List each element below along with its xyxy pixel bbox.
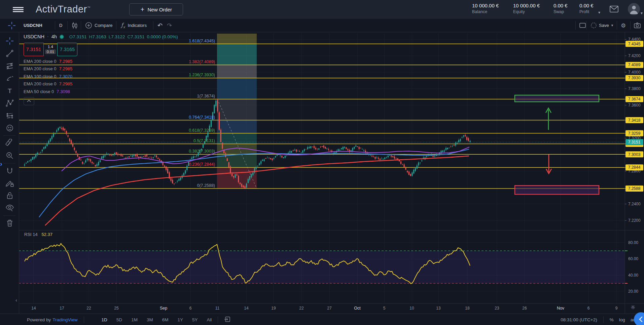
- theme-sun-icon[interactable]: ☼: [631, 304, 635, 311]
- sell-bid-button[interactable]: 7.3151: [24, 43, 44, 56]
- tool-forecast[interactable]: [5, 111, 14, 120]
- range-5y[interactable]: 5Y: [192, 317, 198, 322]
- fx-icon: ƒx: [121, 22, 125, 29]
- indicator-row[interactable]: EMA 200 close 07.2985: [24, 59, 178, 64]
- svg-text:26: 26: [522, 306, 527, 311]
- tool-xabcd-pattern[interactable]: [5, 99, 14, 108]
- tool-crosshair[interactable]: [5, 37, 14, 45]
- tool-zoom-in[interactable]: [5, 151, 14, 160]
- range-1m[interactable]: 1M: [131, 317, 138, 322]
- svg-text:60.00: 60.00: [628, 256, 638, 261]
- new-order-button[interactable]: + New Order: [129, 3, 183, 15]
- swap-stat: 0.00 €Swap: [553, 3, 568, 14]
- svg-text:17: 17: [60, 306, 64, 311]
- layout-panel-icon[interactable]: [579, 19, 586, 32]
- range-all[interactable]: All: [207, 317, 212, 322]
- tool-ruler[interactable]: [5, 139, 14, 148]
- chevron-up-icon: [27, 100, 31, 102]
- crosshair-tool-icon[interactable]: [8, 19, 15, 32]
- range-3m[interactable]: 3M: [147, 317, 153, 322]
- avatar[interactable]: [628, 3, 640, 15]
- legend-collapse-button[interactable]: [24, 97, 34, 105]
- indicator-row[interactable]: EMA 200 close 07.2985: [24, 81, 178, 86]
- svg-text:1.382(7.4089): 1.382(7.4089): [189, 59, 215, 64]
- symbol-button[interactable]: USDCNH: [24, 19, 42, 32]
- svg-text:0.5(7.3131): 0.5(7.3131): [193, 138, 215, 143]
- svg-text:40.00: 40.00: [628, 273, 638, 278]
- svg-text:0.764(7.3418): 0.764(7.3418): [189, 115, 215, 120]
- undo-icon[interactable]: ↶: [157, 19, 163, 32]
- compare-button[interactable]: Compare: [85, 19, 112, 32]
- chevron-down-icon[interactable]: ▾: [598, 10, 600, 15]
- svg-text:80.00: 80.00: [628, 240, 638, 245]
- svg-text:7.4200: 7.4200: [628, 53, 641, 58]
- tool-drawing-mode-lock[interactable]: [5, 179, 14, 188]
- settings-gear-icon[interactable]: ⚙: [621, 19, 626, 32]
- range-1y[interactable]: 1Y: [177, 317, 183, 322]
- equity-stat: 10 000.00 €Equity: [513, 3, 540, 14]
- indicator-row[interactable]: EMA 200 close 07.2985: [24, 66, 178, 71]
- save-button[interactable]: Save ▾: [591, 19, 613, 32]
- market-status-icon[interactable]: [60, 35, 64, 39]
- log-scale-button[interactable]: log: [619, 317, 625, 322]
- redo-icon[interactable]: ↷: [167, 19, 172, 32]
- indicator-row[interactable]: EMA 50 close 07.3098: [24, 89, 178, 94]
- svg-text:20.00: 20.00: [628, 289, 638, 294]
- save-chevron-down-icon: ▾: [611, 23, 613, 28]
- tool-lock-all-drawings[interactable]: [5, 191, 14, 200]
- main-menu-button[interactable]: [13, 7, 24, 12]
- go-to-date-icon[interactable]: [224, 317, 230, 323]
- tool-hide-all-drawings[interactable]: [5, 204, 14, 212]
- drawing-toolbar: T: [0, 32, 19, 314]
- range-switcher: 1D 5D 1M 3M 6M 1Y 5Y All: [102, 317, 212, 322]
- mail-icon[interactable]: [610, 6, 618, 14]
- timeline-collapse-tab[interactable]: ‹: [15, 297, 17, 303]
- svg-text:0.382(7.3003): 0.382(7.3003): [189, 149, 215, 154]
- tool-brush[interactable]: [5, 74, 14, 83]
- tradingview-link[interactable]: TradingView: [52, 317, 77, 322]
- indicator-row[interactable]: EMA 100 close 07.3070: [24, 74, 178, 79]
- range-1d[interactable]: 1D: [102, 317, 107, 322]
- interval-button[interactable]: D: [59, 19, 62, 32]
- snapshot-camera-icon[interactable]: [634, 19, 641, 32]
- compare-plus-icon: [85, 22, 92, 29]
- chart-legend: USDCNH · 4h O7.3151 H7.3163 L7.3122 C7.3…: [24, 34, 178, 105]
- rsi-indicator-label[interactable]: RSI 14 52.37: [24, 232, 52, 237]
- powered-by-label: Powered by: [27, 317, 51, 322]
- chevron-left-icon: [639, 317, 643, 322]
- svg-text:7.2400: 7.2400: [628, 202, 641, 206]
- svg-text:7.4345: 7.4345: [628, 42, 641, 46]
- chart-style-icon[interactable]: [71, 19, 78, 32]
- change-value: 0.0000 (0.00%): [147, 34, 178, 39]
- buy-ask-button[interactable]: 7.3165: [57, 43, 77, 56]
- range-6m[interactable]: 6M: [162, 317, 169, 322]
- account-chevron-down-icon[interactable]: ▾: [641, 11, 643, 15]
- legend-symbol[interactable]: USDCNH: [24, 34, 44, 39]
- svg-text:7.3600: 7.3600: [628, 103, 641, 108]
- svg-text:7.3151: 7.3151: [628, 140, 641, 145]
- legend-interval[interactable]: 4h: [51, 34, 57, 39]
- svg-text:23: 23: [495, 306, 499, 311]
- tool-emoji[interactable]: [5, 124, 14, 132]
- tool-text[interactable]: T: [5, 86, 14, 95]
- percent-scale-button[interactable]: %: [610, 317, 614, 322]
- svg-text:Sep: Sep: [160, 306, 167, 311]
- watchlist-expand-chevron-icon[interactable]: ›: [0, 160, 2, 168]
- svg-text:Oct: Oct: [354, 306, 361, 311]
- chart-toolbar: USDCNH D Compare ƒx Indicators ↶ ↷ Save …: [0, 19, 644, 32]
- svg-text:1.618(7.4345): 1.618(7.4345): [189, 39, 215, 43]
- svg-text:7.2200: 7.2200: [628, 218, 641, 223]
- tool-trend-line[interactable]: [5, 49, 14, 58]
- tool-fib-retracement[interactable]: [5, 62, 14, 70]
- svg-text:27: 27: [327, 306, 332, 311]
- svg-text:7.3800: 7.3800: [628, 86, 641, 91]
- svg-text:Nov: Nov: [557, 306, 565, 311]
- range-5d[interactable]: 5D: [116, 317, 122, 322]
- svg-text:7.3930: 7.3930: [628, 76, 641, 80]
- tool-remove-drawings[interactable]: [5, 219, 14, 228]
- svg-text:25: 25: [114, 306, 119, 311]
- indicators-button[interactable]: ƒx Indicators: [121, 19, 147, 32]
- clock-time[interactable]: 08:31:00 (UTC+2): [561, 317, 597, 322]
- tool-magnet[interactable]: [5, 166, 14, 175]
- svg-text:0.618(7.3259): 0.618(7.3259): [189, 128, 215, 133]
